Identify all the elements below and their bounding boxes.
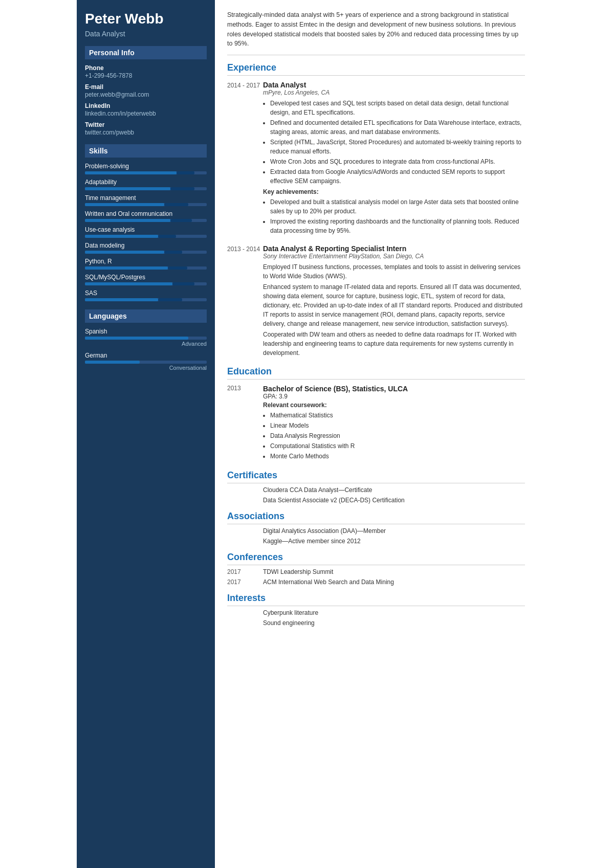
- language-bar: [85, 361, 207, 364]
- coursework-item: Monte Carlo Methods: [270, 452, 525, 461]
- associations-section: Associations Digital Analytics Associati…: [227, 511, 525, 545]
- exp-job-title: Data Analyst & Reporting Specialist Inte…: [263, 244, 525, 253]
- exp-job-title: Data Analyst: [263, 81, 525, 89]
- interests-title: Interests: [227, 593, 525, 606]
- skill-item: Time management: [85, 194, 207, 206]
- exp-detail: Data Analyst mPyre, Los Angeles, CA Deve…: [263, 81, 525, 237]
- skill-item: SQL/MySQL/Postgres: [85, 274, 207, 285]
- skill-bar-fill: [85, 235, 158, 238]
- main-content: Strategically-minded data analyst with 5…: [215, 0, 537, 868]
- contact-linkedin: LinkedIn linkedin.com/in/peterwebb: [85, 102, 207, 117]
- interest-text: Sound engineering: [263, 619, 525, 627]
- skill-bar-dark: [158, 298, 183, 301]
- personal-info-header: Personal Info: [85, 46, 207, 59]
- coursework-item: Linear Models: [270, 421, 525, 430]
- conferences-list: 2017 TDWI Leadership Summit 2017 ACM Int…: [227, 568, 525, 586]
- twitter-label: Twitter: [85, 121, 207, 128]
- exp-paragraph: Employed IT business functions, processe…: [263, 262, 525, 281]
- languages-list: Spanish Advanced German Conversational: [85, 328, 207, 371]
- exp-bullets: Developed test cases and SQL test script…: [263, 99, 525, 186]
- coursework-label: Relevant coursework:: [263, 402, 525, 409]
- interest-entry: Sound engineering: [227, 619, 525, 627]
- exp-company: Sony Interactive Entertainment PlayStati…: [263, 253, 525, 260]
- skills-header: Skills: [85, 144, 207, 158]
- skill-bar-fill: [85, 171, 177, 174]
- skill-item: Python, R: [85, 258, 207, 270]
- skill-bar-dark: [172, 282, 194, 285]
- skill-name: SQL/MySQL/Postgres: [85, 274, 207, 281]
- cert-text: Cloudera CCA Data Analyst—Certificate: [263, 486, 525, 494]
- assoc-spacer: [227, 527, 263, 535]
- coursework-item: Computational Statistics with R: [270, 441, 525, 451]
- skill-name: Time management: [85, 194, 207, 202]
- certificates-section: Certificates Cloudera CCA Data Analyst—C…: [227, 470, 525, 504]
- skill-item: Written and Oral communication: [85, 210, 207, 222]
- contact-email: E-mail peter.webb@gmail.com: [85, 83, 207, 98]
- skills-list: Problem-solving Adaptability Time manage…: [85, 163, 207, 301]
- assoc-text: Digital Analytics Association (DAA)—Memb…: [263, 527, 525, 535]
- phone-label: Phone: [85, 64, 207, 72]
- exp-bullet: Extracted data from Google Analytics/AdW…: [270, 167, 525, 186]
- skill-bar-fill: [85, 187, 170, 190]
- cert-date: [227, 486, 263, 494]
- skill-bar: [85, 251, 207, 254]
- skill-bar: [85, 203, 207, 206]
- experience-entry: 2014 - 2017 Data Analyst mPyre, Los Ange…: [227, 81, 525, 237]
- language-bar-fill: [85, 361, 140, 364]
- cert-date: [227, 497, 263, 504]
- interest-entry: Cyberpunk literature: [227, 609, 525, 616]
- exp-date: 2013 - 2014: [227, 244, 263, 359]
- association-entry: Kaggle—Active member since 2012: [227, 538, 525, 545]
- education-section: Education 2013 Bachelor of Science (BS),…: [227, 366, 525, 463]
- skill-name: Use-case analysis: [85, 226, 207, 233]
- skill-item: Data modeling: [85, 242, 207, 254]
- association-entry: Digital Analytics Association (DAA)—Memb…: [227, 527, 525, 535]
- cert-text: Data Scientist Associate v2 (DECA-DS) Ce…: [263, 497, 525, 504]
- skill-name: Adaptability: [85, 179, 207, 186]
- skill-bar-dark: [164, 251, 183, 254]
- language-name: Spanish: [85, 328, 207, 335]
- certificate-entry: Cloudera CCA Data Analyst—Certificate: [227, 486, 525, 494]
- experience-section: Experience 2014 - 2017 Data Analyst mPyr…: [227, 62, 525, 359]
- conf-name: TDWI Leadership Summit: [263, 568, 525, 575]
- edu-detail: Bachelor of Science (BS), Statistics, UL…: [263, 385, 525, 463]
- interests-section: Interests Cyberpunk literature Sound eng…: [227, 593, 525, 627]
- skill-bar: [85, 298, 207, 301]
- skill-bar-dark: [164, 203, 189, 206]
- conf-name: ACM International Web Search and Data Mi…: [263, 578, 525, 586]
- skill-bar: [85, 187, 207, 190]
- skill-bar-dark: [177, 171, 195, 174]
- skill-bar-dark: [158, 235, 177, 238]
- skill-name: Data modeling: [85, 242, 207, 249]
- exp-date: 2014 - 2017: [227, 81, 263, 237]
- coursework-list: Mathematical StatisticsLinear ModelsData…: [263, 411, 525, 461]
- contact-twitter: Twitter twitter.com/pwebb: [85, 121, 207, 136]
- edu-degree: Bachelor of Science (BS), Statistics, UL…: [263, 385, 525, 393]
- skill-bar: [85, 266, 207, 270]
- exp-paragraph: Enhanced system to manage IT-related dat…: [263, 282, 525, 328]
- conferences-section: Conferences 2017 TDWI Leadership Summit …: [227, 552, 525, 586]
- exp-bullet: Defined and documented detailed ETL spec…: [270, 118, 525, 137]
- languages-header: Languages: [85, 309, 207, 323]
- resume-container: Peter Webb Data Analyst Personal Info Ph…: [77, 0, 537, 868]
- email-value: peter.webb@gmail.com: [85, 91, 207, 98]
- education-list: 2013 Bachelor of Science (BS), Statistic…: [227, 385, 525, 463]
- education-title: Education: [227, 366, 525, 380]
- candidate-title: Data Analyst: [85, 30, 207, 38]
- skill-bar: [85, 219, 207, 222]
- conf-year: 2017: [227, 578, 263, 586]
- skill-item: SAS: [85, 290, 207, 301]
- skill-bar-dark: [170, 219, 192, 222]
- experience-entry: 2013 - 2014 Data Analyst & Reporting Spe…: [227, 244, 525, 359]
- associations-title: Associations: [227, 511, 525, 524]
- conf-year: 2017: [227, 568, 263, 575]
- summary: Strategically-minded data analyst with 5…: [227, 10, 525, 55]
- coursework-item: Mathematical Statistics: [270, 411, 525, 420]
- language-name: German: [85, 352, 207, 359]
- twitter-value: twitter.com/pwebb: [85, 129, 207, 136]
- interest-spacer: [227, 619, 263, 627]
- skill-bar-fill: [85, 298, 158, 301]
- exp-bullet: Scripted (HTML, JavaScript, Stored Proce…: [270, 138, 525, 156]
- assoc-text: Kaggle—Active member since 2012: [263, 538, 525, 545]
- certificates-title: Certificates: [227, 470, 525, 483]
